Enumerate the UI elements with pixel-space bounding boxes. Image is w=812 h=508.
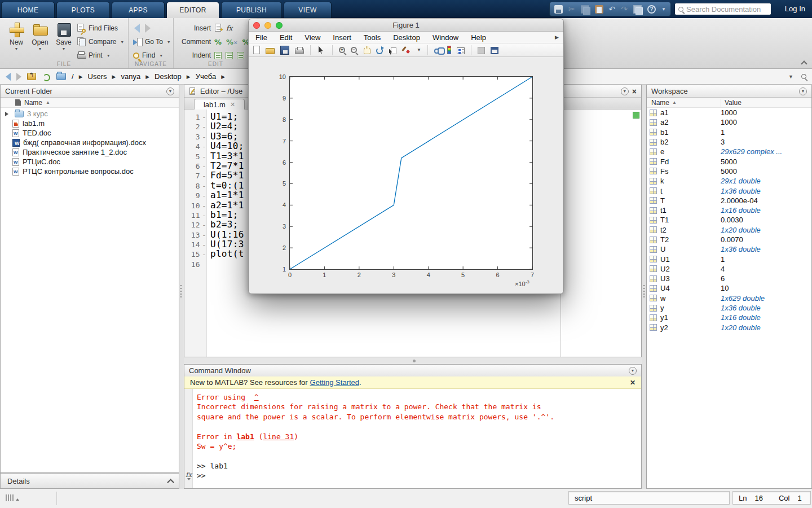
workspace-variable-row[interactable]: b23 <box>647 137 811 147</box>
fx-prompt-icon[interactable]: fx <box>186 471 192 479</box>
tab-publish[interactable]: PUBLISH <box>221 2 282 18</box>
workspace-variable-row[interactable]: k29x1 double <box>647 176 811 186</box>
figure-menu-view[interactable]: View <box>304 33 320 42</box>
editor-tab-lab1[interactable]: lab1.m✕ <box>194 99 245 110</box>
redo-icon[interactable]: ↷ <box>621 5 628 14</box>
insert-legend-icon[interactable] <box>457 47 465 54</box>
workspace-variable-row[interactable]: U36 <box>647 274 811 283</box>
fx-icon[interactable]: fx <box>226 24 232 32</box>
uncomment-icon[interactable]: %✕ <box>226 38 238 46</box>
browse-folder-icon[interactable] <box>42 73 51 80</box>
workspace-variable-row[interactable]: Fs5000 <box>647 167 811 176</box>
address-search-icon[interactable] <box>801 74 806 79</box>
brush-caret-icon[interactable]: ▼ <box>417 47 421 52</box>
figure-menu-insert[interactable]: Insert <box>333 33 351 42</box>
tab-home[interactable]: HOME <box>1 2 55 18</box>
breadcrumb-segment[interactable]: Учеба <box>196 72 217 81</box>
figure-menu-help[interactable]: Help <box>471 33 486 42</box>
folder-expand-icon[interactable] <box>5 112 11 116</box>
save-button[interactable]: Save▼ <box>52 22 76 51</box>
indent-left-icon[interactable] <box>237 52 244 59</box>
editor-menu-icon[interactable]: ▼ <box>621 87 629 95</box>
desktop-layout-icon[interactable] <box>633 5 642 14</box>
zoom-out-icon[interactable]: − <box>351 47 357 53</box>
workspace-variable-row[interactable]: a11000 <box>647 108 811 117</box>
figure-menu-window[interactable]: Window <box>433 33 458 42</box>
details-panel[interactable]: Details <box>0 473 179 489</box>
goto-button[interactable]: Go To▼ <box>133 36 171 47</box>
dock-figure-icon[interactable] <box>491 47 498 54</box>
figure-menu-tools[interactable]: Tools <box>364 33 381 42</box>
pointer-tool-icon[interactable] <box>317 46 326 55</box>
editor-close-icon[interactable]: × <box>632 87 637 95</box>
workspace-variable-row[interactable]: t11x16 double <box>647 205 811 215</box>
command-window-body[interactable]: Error using ^Incorrect dimensions for ra… <box>184 389 641 488</box>
tab-editor[interactable]: EDITOR <box>166 2 219 18</box>
new-figure-icon[interactable] <box>253 46 260 54</box>
breadcrumb-segment[interactable]: Desktop <box>155 72 182 81</box>
insert-colorbar-icon[interactable] <box>447 46 451 54</box>
workspace-variable-row[interactable]: y11x16 double <box>647 313 811 322</box>
workspace-variable-row[interactable]: e29x629 complex ... <box>647 147 811 156</box>
workspace-menu-icon[interactable]: ▼ <box>799 87 807 95</box>
workspace-variable-row[interactable]: T2.0000e-04 <box>647 196 811 205</box>
brush-data-icon[interactable] <box>402 46 411 55</box>
command-window-menu-icon[interactable]: ▼ <box>629 367 637 375</box>
panel-menu-icon[interactable]: ▼ <box>166 87 174 95</box>
tab-apps[interactable]: APPS <box>112 2 165 18</box>
workspace-variable-row[interactable]: t21x20 double <box>647 225 811 235</box>
workspace-variable-row[interactable]: U11 <box>647 254 811 264</box>
indent-buttons[interactable] <box>214 50 244 61</box>
breadcrumb-segment[interactable]: / <box>72 72 74 81</box>
print-button[interactable]: Print▼ <box>77 50 111 61</box>
file-list-item[interactable]: Практическое занятие 1_2.doc <box>1 147 179 157</box>
compare-button[interactable]: Compare▼ <box>77 36 124 47</box>
nav-forward-icon[interactable] <box>16 73 21 81</box>
banner-close-icon[interactable]: ✕ <box>630 379 636 387</box>
workspace-variable-row[interactable]: w1x629 double <box>647 294 811 303</box>
open-button[interactable]: Open▼ <box>28 22 52 51</box>
smart-indent-icon[interactable] <box>214 52 222 59</box>
workspace-variable-row[interactable]: T10.0030 <box>647 215 811 225</box>
file-list-item[interactable]: lab1.m <box>1 119 179 128</box>
rotate-3d-icon[interactable] <box>376 47 383 54</box>
left-splitter-grip[interactable] <box>180 285 182 297</box>
find-button[interactable]: Find▼ <box>133 50 163 61</box>
nav-back-icon[interactable] <box>6 73 11 81</box>
zoom-in-icon[interactable]: + <box>339 47 345 53</box>
file-list-item[interactable]: РТЦС контрольные вопросы.doc <box>1 167 179 176</box>
ribbon-collapse-icon[interactable] <box>801 60 806 65</box>
data-cursor-icon[interactable] <box>391 47 396 54</box>
back-button[interactable] <box>134 23 151 34</box>
workspace-variable-row[interactable]: b11 <box>647 128 811 137</box>
figure-menu-file[interactable]: File <box>255 33 267 42</box>
workspace-variable-row[interactable]: U1x36 double <box>647 244 811 254</box>
details-expand-icon[interactable] <box>167 479 174 486</box>
undo-icon[interactable]: ↶ <box>609 5 616 14</box>
workspace-variable-row[interactable]: T20.0070 <box>647 235 811 244</box>
copy-icon[interactable] <box>581 5 589 14</box>
zoom-traffic-light[interactable] <box>276 22 283 29</box>
up-folder-icon[interactable] <box>27 73 36 80</box>
indent-right-icon[interactable] <box>226 52 233 59</box>
save-figure-icon[interactable] <box>280 46 289 55</box>
hide-plot-tools-icon[interactable] <box>478 47 485 54</box>
getting-started-link[interactable]: Getting Started <box>310 378 359 387</box>
statusbar-grip-icon[interactable] <box>6 494 14 501</box>
cut-icon[interactable]: ✂ <box>568 5 575 14</box>
file-list-item[interactable]: TED.doc <box>1 128 179 138</box>
link-plot-icon[interactable] <box>434 49 439 54</box>
tab-close-icon[interactable]: ✕ <box>230 101 235 108</box>
print-figure-icon[interactable] <box>295 49 304 54</box>
workspace-variable-row[interactable]: Fd5000 <box>647 156 811 166</box>
code-analyzer-indicator[interactable] <box>633 112 639 119</box>
new-button[interactable]: New▼ <box>5 22 28 51</box>
quickbar-caret-icon[interactable]: ▼ <box>661 5 666 14</box>
minimize-traffic-light[interactable] <box>264 22 271 29</box>
figure-menu-desktop[interactable]: Desktop <box>393 33 420 42</box>
address-dropdown-icon[interactable]: ▼ <box>788 74 793 80</box>
paste-icon[interactable] <box>595 5 603 14</box>
workspace-variable-row[interactable]: U24 <box>647 264 811 274</box>
figure-title-bar[interactable]: Figure 1 <box>249 19 563 32</box>
workspace-variable-row[interactable]: a21000 <box>647 117 811 127</box>
